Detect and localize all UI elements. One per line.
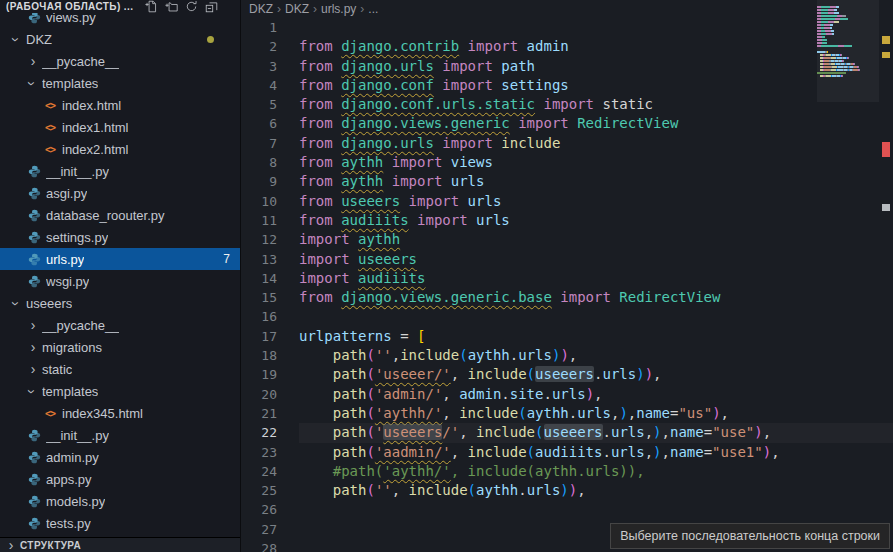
tree-folder-templates[interactable]: ›templates xyxy=(0,72,240,94)
tree-file-settings.py[interactable]: settings.py xyxy=(0,226,240,248)
html-file-icon: <> xyxy=(42,98,58,112)
code-line[interactable]: path('aadmin/', include(audiiits.urls,),… xyxy=(299,443,893,462)
py-file-icon xyxy=(26,252,42,266)
tree-item-label: DKZ xyxy=(26,32,52,47)
tree-file-apps.py[interactable]: apps.py xyxy=(0,468,240,490)
ruler-warning-marker xyxy=(882,52,890,58)
line-number: 6 xyxy=(241,114,277,133)
py-file-icon xyxy=(26,164,42,178)
chevron-down-icon: › xyxy=(25,385,39,399)
code-line[interactable]: path('aythh/', include(aythh.urls,),name… xyxy=(299,404,893,423)
ruler-cursor-marker xyxy=(882,204,890,211)
editor-gutter: 1234567891011121314151617181920212223242… xyxy=(241,18,277,552)
tree-file-__init__.py[interactable]: __init__.py xyxy=(0,160,240,182)
outline-section-header[interactable]: › СТРУКТУРА xyxy=(0,537,240,552)
code-line[interactable]: from aythh import views xyxy=(299,153,893,172)
code-line[interactable]: urlpatterns = [ xyxy=(299,327,893,346)
tree-item-label: database_roouter.py xyxy=(46,208,165,223)
tree-folder-static[interactable]: ›static xyxy=(0,358,240,380)
html-file-icon: <> xyxy=(42,406,58,420)
tree-file-admin.py[interactable]: admin.py xyxy=(0,446,240,468)
code-line[interactable]: from useeers import urls xyxy=(299,192,893,211)
new-file-icon[interactable] xyxy=(145,0,158,13)
line-number: 17 xyxy=(241,327,277,346)
outline-title: СТРУКТУРА xyxy=(20,540,81,551)
tree-item-label: index1.html xyxy=(62,120,128,135)
line-number: 14 xyxy=(241,269,277,288)
tree-folder-DKZ[interactable]: ›DKZ xyxy=(0,28,240,50)
tree-item-label: index345.html xyxy=(62,406,143,421)
line-number: 25 xyxy=(241,481,277,500)
code-line[interactable]: path('useeers/', include(useeers.urls,),… xyxy=(299,423,893,442)
tree-file-urls.py[interactable]: urls.py7 xyxy=(0,248,240,270)
tree-file-asgi.py[interactable]: asgi.py xyxy=(0,182,240,204)
editor: DKZ›DKZ›urls.py›... 12345678910111213141… xyxy=(241,0,893,552)
tree-folder-useeers[interactable]: ›useeers xyxy=(0,292,240,314)
line-number: 27 xyxy=(241,520,277,539)
code-line[interactable]: import audiiits xyxy=(299,269,893,288)
code-line[interactable]: path('', include(aythh.urls)), xyxy=(299,481,893,500)
code-line[interactable]: from django.contrib import admin xyxy=(299,37,893,56)
code-line[interactable]: from django.views.generic.base import Re… xyxy=(299,288,893,307)
tree-folder-templates[interactable]: ›templates xyxy=(0,380,240,402)
line-number: 28 xyxy=(241,539,277,552)
line-number: 8 xyxy=(241,153,277,172)
code-line[interactable]: path('',include(aythh.urls)), xyxy=(299,346,893,365)
line-number: 15 xyxy=(241,288,277,307)
tree-file-index1.html[interactable]: <>index1.html xyxy=(0,116,240,138)
tree-file-tests.py[interactable]: tests.py xyxy=(0,512,240,534)
minimap[interactable] xyxy=(817,3,879,87)
tree-item-label: static xyxy=(42,362,72,377)
tree-file-__init__.py[interactable]: __init__.py xyxy=(0,424,240,446)
collapse-all-icon[interactable] xyxy=(205,0,218,13)
tree-item-label: templates xyxy=(42,76,98,91)
code-line[interactable] xyxy=(299,500,893,519)
code-line[interactable]: #path('aythh/', include(aythh.urls)), xyxy=(299,462,893,481)
code-line[interactable]: from aythh import urls xyxy=(299,172,893,191)
code-lines: from django.contrib import adminfrom dja… xyxy=(299,18,893,552)
code-line[interactable] xyxy=(299,18,893,37)
tree-item-label: __pycache__ xyxy=(42,54,119,69)
tree-file-index2.html[interactable]: <>index2.html xyxy=(0,138,240,160)
line-number: 7 xyxy=(241,134,277,153)
breadcrumb-item[interactable]: ... xyxy=(368,2,378,16)
code-line[interactable]: from django.urls import path xyxy=(299,57,893,76)
breadcrumb-item[interactable]: DKZ xyxy=(285,2,309,16)
tree-file-wsgi.py[interactable]: wsgi.py xyxy=(0,270,240,292)
tree-file-database_roouter.py[interactable]: database_roouter.py xyxy=(0,204,240,226)
line-number: 18 xyxy=(241,346,277,365)
tree-file-index345.html[interactable]: <>index345.html xyxy=(0,402,240,424)
breadcrumb-item[interactable]: urls.py xyxy=(321,2,356,16)
explorer-section-header[interactable]: (РАБОЧАЯ ОБЛАСТЬ) ... xyxy=(0,0,240,13)
chevron-down-icon: › xyxy=(25,77,39,91)
line-number: 16 xyxy=(241,307,277,326)
overview-ruler[interactable] xyxy=(879,0,893,552)
ruler-error-marker xyxy=(882,142,890,157)
py-file-icon xyxy=(26,186,42,200)
tree-folder-__pycache__[interactable]: ›__pycache__ xyxy=(0,50,240,72)
code-line[interactable]: from django.urls import include xyxy=(299,134,893,153)
code-line[interactable]: path('admin/', admin.site.urls), xyxy=(299,385,893,404)
code-area[interactable]: 1234567891011121314151617181920212223242… xyxy=(241,18,893,552)
code-line[interactable]: from audiiits import urls xyxy=(299,211,893,230)
html-file-icon: <> xyxy=(42,120,58,134)
code-line[interactable]: import useeers xyxy=(299,250,893,269)
tree-file-models.py[interactable]: models.py xyxy=(0,490,240,512)
breadcrumb-item[interactable]: DKZ xyxy=(249,2,273,16)
code-line[interactable]: import aythh xyxy=(299,230,893,249)
line-number: 3 xyxy=(241,57,277,76)
tree-folder-__pycache__[interactable]: ›__pycache__ xyxy=(0,314,240,336)
tree-folder-migrations[interactable]: ›migrations xyxy=(0,336,240,358)
tree-file-index.html[interactable]: <>index.html xyxy=(0,94,240,116)
new-folder-icon[interactable] xyxy=(165,0,178,13)
tree-item-label: admin.py xyxy=(46,450,99,465)
code-line[interactable]: from django.views.generic import Redirec… xyxy=(299,114,893,133)
line-number: 12 xyxy=(241,230,277,249)
code-line[interactable]: from django.conf.urls.static import stat… xyxy=(299,95,893,114)
code-line[interactable] xyxy=(299,307,893,326)
code-line[interactable]: path('useeer/', include(useeers.urls)), xyxy=(299,365,893,384)
line-number: 21 xyxy=(241,404,277,423)
code-line[interactable]: from django.conf import settings xyxy=(299,76,893,95)
tree-item-label: apps.py xyxy=(46,472,92,487)
refresh-icon[interactable] xyxy=(185,0,198,13)
